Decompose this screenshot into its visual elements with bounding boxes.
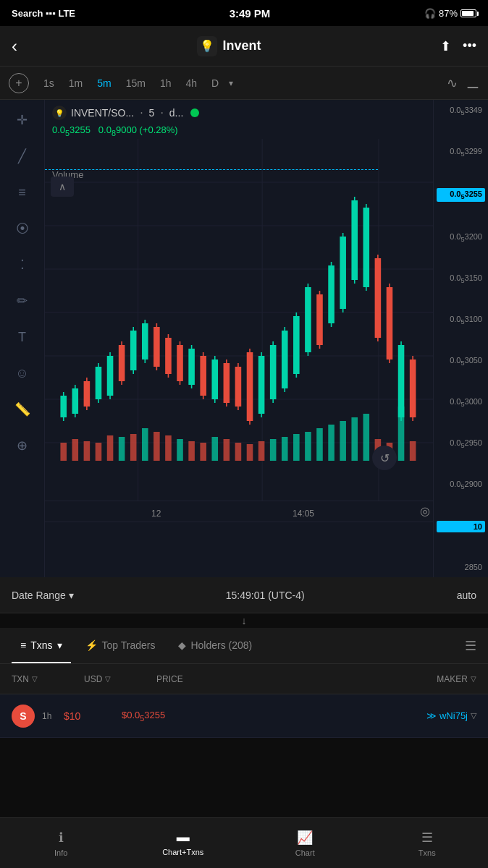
status-signal: Search ▪▪▪ LTE: [12, 8, 75, 19]
svg-rect-86: [316, 294, 323, 345]
crosshair-tool[interactable]: ✛: [11, 109, 34, 132]
scatter-tool[interactable]: ⁚: [11, 253, 34, 276]
svg-rect-46: [84, 381, 91, 407]
back-button[interactable]: ‹: [12, 36, 17, 56]
date-range-button[interactable]: Date Range ▾: [12, 590, 74, 601]
zoom-tool[interactable]: ⊕: [11, 434, 34, 457]
tab-txns-label: Txns: [30, 639, 52, 651]
svg-rect-24: [224, 439, 230, 461]
tab-top-traders[interactable]: ⚡ Top Traders: [77, 628, 164, 663]
battery-percent: 87%: [439, 8, 458, 19]
holders-icon: ◆: [178, 639, 186, 651]
more-button[interactable]: •••: [463, 38, 476, 54]
svg-rect-15: [119, 437, 125, 461]
chart-icon: 📈: [297, 830, 313, 846]
time-axis-inner: 12 14:05: [90, 504, 433, 519]
add-indicator-button[interactable]: +: [9, 73, 29, 93]
time-label-1405: 14:05: [293, 509, 314, 519]
price-3000: 0.053000: [437, 397, 485, 408]
draw-tool[interactable]: ✏: [11, 289, 34, 312]
live-indicator: [190, 109, 199, 117]
candle-chart-button[interactable]: ⚊: [466, 75, 479, 92]
table-header: TXN ▽ USD ▽ PRICE MAKER ▽: [0, 664, 488, 694]
svg-rect-96: [375, 258, 382, 338]
nav-info[interactable]: ℹ Info: [0, 824, 122, 863]
line-tool[interactable]: ╱: [11, 145, 34, 168]
timeframe-5m[interactable]: 5m: [91, 75, 117, 92]
svg-rect-29: [282, 437, 288, 461]
target-icon[interactable]: ◎: [420, 504, 430, 518]
header-center: 💡 Invent: [197, 36, 261, 56]
hlines-tool[interactable]: ≡: [11, 181, 34, 204]
collapse-button[interactable]: ∧: [51, 176, 74, 197]
left-toolbar: ✛ ╱ ≡ ⦿ ⁚ ✏ T ☺ 📏 ⊕: [0, 100, 45, 577]
nav-chart-txns-label: Chart+Txns: [162, 848, 203, 856]
tab-holders[interactable]: ◆ Holders (208): [169, 628, 261, 663]
row-maker: ≫ wNi75j ▽: [426, 710, 476, 721]
reset-button[interactable]: ↺: [372, 446, 397, 470]
chart-interval: 5: [149, 107, 155, 119]
nav-txns[interactable]: ☰ Txns: [366, 824, 489, 863]
emoji-tool[interactable]: ☺: [11, 362, 34, 385]
txn-filter-icon[interactable]: ▽: [32, 675, 38, 683]
nav-chart-txns[interactable]: ▬ Chart+Txns: [122, 824, 245, 862]
maker-chain-icon: ≫: [426, 710, 437, 721]
timeframe-1m[interactable]: 1m: [63, 75, 88, 92]
svg-rect-21: [188, 441, 195, 461]
svg-rect-58: [153, 327, 160, 367]
txns-menu-icon: ≡: [20, 639, 26, 651]
tab-txns[interactable]: ≡ Txns ▾: [12, 628, 71, 663]
date-range-dropdown-icon: ▾: [69, 590, 74, 601]
timeframe-1h[interactable]: 1h: [154, 75, 177, 92]
nav-chart[interactable]: 📈 Chart: [244, 824, 366, 863]
maker-filter-icon[interactable]: ▽: [471, 675, 476, 683]
svg-rect-90: [340, 237, 346, 309]
auto-button[interactable]: auto: [457, 590, 476, 601]
ruler-tool[interactable]: 📏: [11, 398, 34, 421]
svg-rect-54: [130, 331, 137, 370]
table-row[interactable]: S 1h $10 $0.053255 ≫ wNi75j ▽: [0, 694, 488, 738]
header-left: ‹: [12, 36, 17, 56]
price-2950: 0.052950: [437, 438, 485, 449]
svg-rect-72: [235, 367, 242, 407]
usd-filter-icon[interactable]: ▽: [105, 675, 111, 683]
price-3150: 0.053150: [437, 273, 485, 284]
svg-rect-62: [177, 345, 183, 381]
svg-rect-28: [270, 439, 277, 461]
svg-rect-40: [410, 441, 416, 461]
svg-rect-30: [293, 434, 300, 461]
svg-rect-68: [211, 359, 218, 399]
tab-bar: ≡ Txns ▾ ⚡ Top Traders ◆ Holders (208) ☰: [0, 628, 488, 664]
svg-rect-10: [60, 443, 67, 461]
price-2850: 2850: [437, 563, 485, 571]
symbol-icon: 💡: [52, 106, 67, 120]
text-tool[interactable]: T: [11, 326, 34, 349]
symbol-header: 💡 INVENT/SO... · 5 · d...: [45, 100, 433, 123]
svg-rect-66: [200, 356, 206, 396]
svg-rect-32: [316, 428, 323, 461]
top-traders-icon: ⚡: [85, 639, 98, 651]
svg-rect-48: [96, 367, 102, 399]
svg-rect-92: [351, 200, 358, 280]
header: ‹ 💡 Invent ⬆ •••: [0, 26, 488, 67]
row-time: 1h: [42, 711, 64, 721]
svg-rect-36: [363, 414, 370, 461]
col-price-header: PRICE: [156, 674, 437, 684]
share-button[interactable]: ⬆: [440, 38, 451, 54]
price-3050: 0.053050: [437, 356, 485, 367]
svg-rect-88: [328, 265, 335, 323]
svg-rect-31: [305, 432, 311, 461]
timeframe-d[interactable]: D: [206, 75, 224, 92]
filter-menu-icon[interactable]: ☰: [465, 638, 476, 654]
nav-chart-label: Chart: [295, 848, 315, 857]
txns-dropdown-icon: ▾: [57, 639, 62, 651]
line-chart-button[interactable]: ∿: [447, 75, 458, 91]
timeframe-15m[interactable]: 15m: [120, 75, 151, 92]
svg-rect-100: [398, 345, 405, 417]
timeframe-4h[interactable]: 4h: [180, 75, 203, 92]
timeframe-dropdown[interactable]: ▾: [229, 78, 233, 88]
network-tool[interactable]: ⦿: [11, 217, 34, 240]
chart-container: ✛ ╱ ≡ ⦿ ⁚ ✏ T ☺ 📏 ⊕ 💡 INVENT/SO... · 5 ·…: [0, 100, 488, 577]
maker-filter-row-icon[interactable]: ▽: [471, 711, 476, 720]
timeframe-1s[interactable]: 1s: [38, 75, 60, 92]
